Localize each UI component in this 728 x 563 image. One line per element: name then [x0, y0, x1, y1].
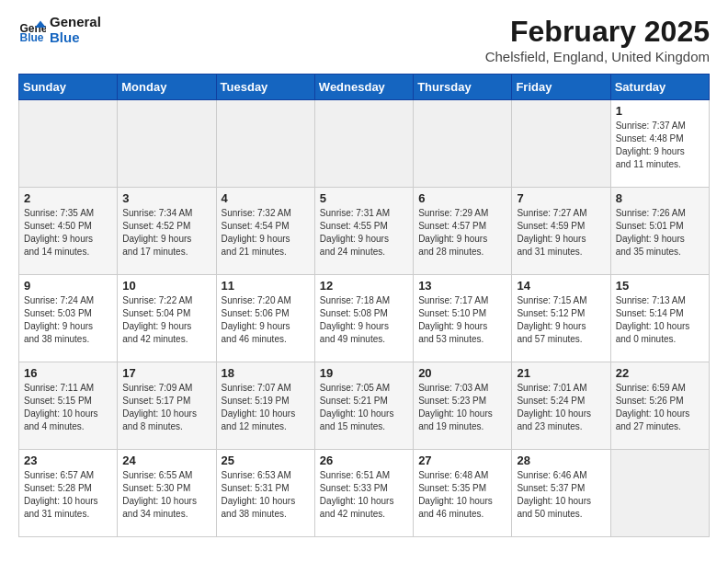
calendar-cell: 28Sunrise: 6:46 AM Sunset: 5:37 PM Dayli… — [512, 450, 610, 537]
page: General Blue General Blue February 2025 … — [0, 0, 728, 552]
day-info: Sunrise: 7:07 AM Sunset: 5:19 PM Dayligh… — [222, 382, 310, 433]
day-info: Sunrise: 7:13 AM Sunset: 5:14 PM Dayligh… — [616, 294, 704, 346]
weekday-header-friday: Friday — [512, 75, 610, 100]
calendar-cell: 21Sunrise: 7:01 AM Sunset: 5:24 PM Dayli… — [512, 362, 610, 450]
calendar-cell: 8Sunrise: 7:26 AM Sunset: 5:01 PM Daylig… — [610, 188, 709, 275]
day-number: 22 — [616, 366, 704, 380]
title-block: February 2025 Chelsfield, England, Unite… — [485, 15, 710, 64]
day-info: Sunrise: 7:20 AM Sunset: 5:06 PM Dayligh… — [222, 294, 310, 346]
calendar-cell: 19Sunrise: 7:05 AM Sunset: 5:21 PM Dayli… — [314, 362, 413, 450]
calendar-cell: 12Sunrise: 7:18 AM Sunset: 5:08 PM Dayli… — [314, 275, 413, 362]
day-number: 5 — [320, 191, 408, 205]
calendar-cell — [118, 100, 216, 188]
calendar-cell: 23Sunrise: 6:57 AM Sunset: 5:28 PM Dayli… — [19, 450, 118, 537]
week-row-4: 16Sunrise: 7:11 AM Sunset: 5:15 PM Dayli… — [19, 362, 710, 450]
day-number: 10 — [122, 279, 210, 293]
day-info: Sunrise: 7:11 AM Sunset: 5:15 PM Dayligh… — [24, 382, 112, 433]
weekday-header-saturday: Saturday — [610, 75, 709, 100]
weekday-header-row: SundayMondayTuesdayWednesdayThursdayFrid… — [19, 75, 710, 100]
day-info: Sunrise: 6:55 AM Sunset: 5:30 PM Dayligh… — [122, 469, 210, 521]
day-number: 12 — [320, 279, 408, 293]
day-number: 1 — [616, 104, 704, 118]
week-row-2: 2Sunrise: 7:35 AM Sunset: 4:50 PM Daylig… — [19, 188, 710, 275]
day-info: Sunrise: 7:18 AM Sunset: 5:08 PM Dayligh… — [320, 294, 408, 346]
calendar-cell — [19, 100, 118, 188]
calendar-cell: 25Sunrise: 6:53 AM Sunset: 5:31 PM Dayli… — [216, 450, 314, 537]
calendar-cell: 7Sunrise: 7:27 AM Sunset: 4:59 PM Daylig… — [512, 188, 610, 275]
day-info: Sunrise: 7:31 AM Sunset: 4:55 PM Dayligh… — [320, 207, 408, 259]
day-info: Sunrise: 7:22 AM Sunset: 5:04 PM Dayligh… — [122, 294, 210, 346]
week-row-5: 23Sunrise: 6:57 AM Sunset: 5:28 PM Dayli… — [19, 450, 710, 537]
day-number: 21 — [517, 366, 605, 380]
day-number: 2 — [24, 191, 112, 205]
calendar: SundayMondayTuesdayWednesdayThursdayFrid… — [18, 74, 710, 537]
day-number: 25 — [222, 454, 310, 467]
day-info: Sunrise: 7:27 AM Sunset: 4:59 PM Dayligh… — [517, 207, 605, 259]
day-number: 26 — [320, 454, 408, 467]
day-number: 16 — [24, 366, 112, 380]
day-info: Sunrise: 6:46 AM Sunset: 5:37 PM Dayligh… — [517, 469, 605, 521]
day-number: 4 — [222, 191, 310, 205]
day-number: 6 — [418, 191, 506, 205]
calendar-cell — [512, 100, 610, 188]
day-info: Sunrise: 7:17 AM Sunset: 5:10 PM Dayligh… — [418, 294, 506, 346]
main-title: February 2025 — [485, 15, 710, 49]
calendar-cell: 14Sunrise: 7:15 AM Sunset: 5:12 PM Dayli… — [512, 275, 610, 362]
day-number: 7 — [517, 191, 605, 205]
calendar-cell: 11Sunrise: 7:20 AM Sunset: 5:06 PM Dayli… — [216, 275, 314, 362]
day-info: Sunrise: 7:26 AM Sunset: 5:01 PM Dayligh… — [616, 207, 704, 259]
calendar-cell — [216, 100, 314, 188]
day-number: 18 — [222, 366, 310, 380]
day-info: Sunrise: 6:48 AM Sunset: 5:35 PM Dayligh… — [418, 469, 506, 521]
day-number: 23 — [24, 454, 112, 467]
calendar-cell: 24Sunrise: 6:55 AM Sunset: 5:30 PM Dayli… — [118, 450, 216, 537]
calendar-cell: 4Sunrise: 7:32 AM Sunset: 4:54 PM Daylig… — [216, 188, 314, 275]
day-info: Sunrise: 7:01 AM Sunset: 5:24 PM Dayligh… — [517, 382, 605, 433]
week-row-1: 1Sunrise: 7:37 AM Sunset: 4:48 PM Daylig… — [19, 100, 710, 188]
logo: General Blue General Blue — [18, 15, 101, 45]
day-number: 20 — [418, 366, 506, 380]
calendar-cell — [314, 100, 413, 188]
calendar-cell: 16Sunrise: 7:11 AM Sunset: 5:15 PM Dayli… — [19, 362, 118, 450]
day-info: Sunrise: 6:57 AM Sunset: 5:28 PM Dayligh… — [24, 469, 112, 521]
logo-icon: General Blue — [18, 17, 46, 44]
svg-text:Blue: Blue — [20, 31, 44, 44]
day-number: 27 — [418, 454, 506, 467]
calendar-cell: 6Sunrise: 7:29 AM Sunset: 4:57 PM Daylig… — [414, 188, 512, 275]
calendar-cell: 13Sunrise: 7:17 AM Sunset: 5:10 PM Dayli… — [414, 275, 512, 362]
calendar-cell: 3Sunrise: 7:34 AM Sunset: 4:52 PM Daylig… — [118, 188, 216, 275]
day-info: Sunrise: 6:51 AM Sunset: 5:33 PM Dayligh… — [320, 469, 408, 521]
day-number: 9 — [24, 279, 112, 293]
weekday-header-tuesday: Tuesday — [216, 75, 314, 100]
weekday-header-thursday: Thursday — [414, 75, 512, 100]
weekday-header-wednesday: Wednesday — [314, 75, 413, 100]
calendar-cell: 9Sunrise: 7:24 AM Sunset: 5:03 PM Daylig… — [19, 275, 118, 362]
day-info: Sunrise: 7:29 AM Sunset: 4:57 PM Dayligh… — [418, 207, 506, 259]
day-info: Sunrise: 7:05 AM Sunset: 5:21 PM Dayligh… — [320, 382, 408, 433]
calendar-cell: 2Sunrise: 7:35 AM Sunset: 4:50 PM Daylig… — [19, 188, 118, 275]
calendar-cell: 26Sunrise: 6:51 AM Sunset: 5:33 PM Dayli… — [314, 450, 413, 537]
calendar-cell — [610, 450, 709, 537]
day-info: Sunrise: 7:15 AM Sunset: 5:12 PM Dayligh… — [517, 294, 605, 346]
day-info: Sunrise: 6:53 AM Sunset: 5:31 PM Dayligh… — [222, 469, 310, 521]
day-number: 19 — [320, 366, 408, 380]
day-number: 24 — [122, 454, 210, 467]
calendar-cell: 22Sunrise: 6:59 AM Sunset: 5:26 PM Dayli… — [610, 362, 709, 450]
day-info: Sunrise: 7:03 AM Sunset: 5:23 PM Dayligh… — [418, 382, 506, 433]
day-number: 3 — [122, 191, 210, 205]
day-info: Sunrise: 7:09 AM Sunset: 5:17 PM Dayligh… — [122, 382, 210, 433]
header: General Blue General Blue February 2025 … — [18, 15, 710, 64]
day-number: 15 — [616, 279, 704, 293]
weekday-header-monday: Monday — [118, 75, 216, 100]
day-info: Sunrise: 7:35 AM Sunset: 4:50 PM Dayligh… — [24, 207, 112, 259]
weekday-header-sunday: Sunday — [19, 75, 118, 100]
day-info: Sunrise: 7:32 AM Sunset: 4:54 PM Dayligh… — [222, 207, 310, 259]
calendar-cell: 18Sunrise: 7:07 AM Sunset: 5:19 PM Dayli… — [216, 362, 314, 450]
logo-line1: General — [50, 15, 101, 30]
calendar-cell: 27Sunrise: 6:48 AM Sunset: 5:35 PM Dayli… — [414, 450, 512, 537]
day-info: Sunrise: 6:59 AM Sunset: 5:26 PM Dayligh… — [616, 382, 704, 433]
calendar-cell: 10Sunrise: 7:22 AM Sunset: 5:04 PM Dayli… — [118, 275, 216, 362]
day-number: 14 — [517, 279, 605, 293]
day-info: Sunrise: 7:34 AM Sunset: 4:52 PM Dayligh… — [122, 207, 210, 259]
day-info: Sunrise: 7:37 AM Sunset: 4:48 PM Dayligh… — [616, 120, 704, 171]
